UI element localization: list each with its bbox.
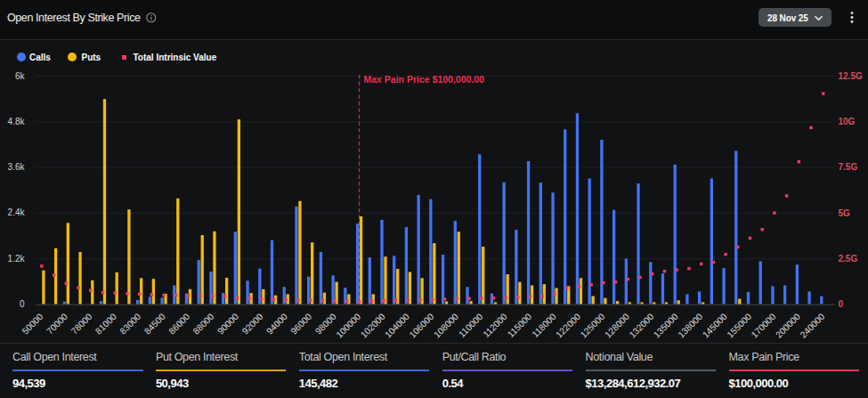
svg-text:2.5G: 2.5G xyxy=(839,254,858,264)
svg-text:0: 0 xyxy=(839,299,844,309)
svg-text:6k: 6k xyxy=(15,71,26,81)
svg-text:7.5G: 7.5G xyxy=(839,162,858,172)
svg-text:1.2k: 1.2k xyxy=(8,254,26,264)
svg-text:2.4k: 2.4k xyxy=(8,207,26,217)
svg-text:108000: 108000 xyxy=(432,312,460,340)
svg-text:102000: 102000 xyxy=(359,312,387,340)
svg-text:96000: 96000 xyxy=(288,312,313,337)
svg-text:4.8k: 4.8k xyxy=(8,117,26,126)
svg-text:10G: 10G xyxy=(839,117,856,126)
svg-text:81000: 81000 xyxy=(93,312,118,337)
svg-text:132000: 132000 xyxy=(628,312,656,340)
svg-text:104000: 104000 xyxy=(383,312,411,340)
svg-text:122000: 122000 xyxy=(554,312,582,340)
svg-text:125000: 125000 xyxy=(579,312,607,340)
svg-text:92000: 92000 xyxy=(240,312,265,337)
svg-text:Max Pain Price $100,000.00: Max Pain Price $100,000.00 xyxy=(364,74,485,85)
svg-text:5G: 5G xyxy=(839,208,851,218)
svg-text:115000: 115000 xyxy=(506,312,534,340)
svg-text:135000: 135000 xyxy=(652,312,680,340)
svg-text:78000: 78000 xyxy=(69,312,94,337)
svg-text:112000: 112000 xyxy=(481,312,509,340)
svg-text:88000: 88000 xyxy=(191,312,216,337)
svg-text:0: 0 xyxy=(20,299,25,309)
svg-text:155000: 155000 xyxy=(725,312,753,340)
svg-text:12.5G: 12.5G xyxy=(839,71,863,81)
svg-text:118000: 118000 xyxy=(530,312,558,340)
svg-text:3.6k: 3.6k xyxy=(8,162,26,172)
svg-text:128000: 128000 xyxy=(603,312,631,340)
svg-text:70000: 70000 xyxy=(45,312,69,337)
svg-text:94000: 94000 xyxy=(264,312,289,337)
svg-text:106000: 106000 xyxy=(408,312,436,340)
svg-text:50000: 50000 xyxy=(20,312,45,337)
svg-text:86000: 86000 xyxy=(166,312,191,337)
svg-text:138000: 138000 xyxy=(676,312,704,340)
svg-text:170000: 170000 xyxy=(750,312,778,340)
svg-text:110000: 110000 xyxy=(457,312,485,340)
svg-text:84500: 84500 xyxy=(142,312,167,337)
svg-text:83000: 83000 xyxy=(118,312,142,337)
svg-text:90000: 90000 xyxy=(215,312,240,337)
svg-text:200000: 200000 xyxy=(774,312,802,340)
svg-text:100000: 100000 xyxy=(334,312,362,340)
svg-text:145000: 145000 xyxy=(701,312,729,340)
svg-text:240000: 240000 xyxy=(799,312,827,340)
